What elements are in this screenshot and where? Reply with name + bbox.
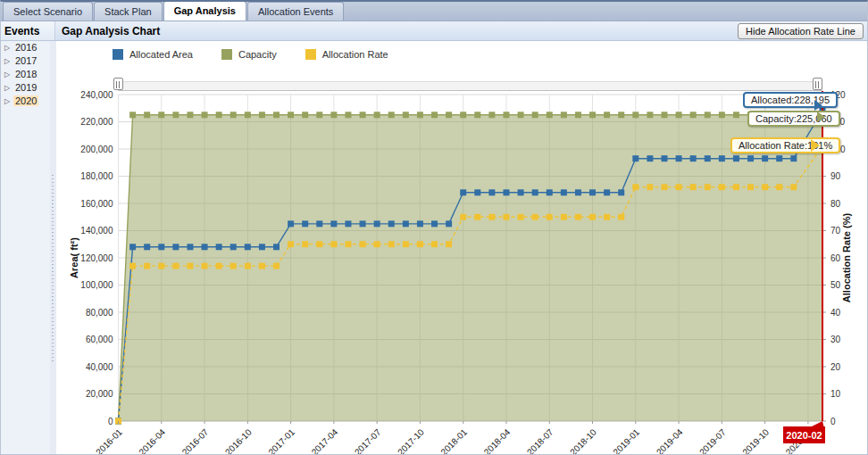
svg-text:2019-10: 2019-10 <box>740 426 771 455</box>
svg-text:80: 80 <box>830 199 841 209</box>
svg-text:140,000: 140,000 <box>80 226 113 236</box>
tooltip-allocation-rate-arrow-icon <box>811 139 820 152</box>
svg-text:2018-01: 2018-01 <box>438 426 469 455</box>
svg-text:2017-01: 2017-01 <box>266 426 296 455</box>
svg-text:20: 20 <box>830 362 841 372</box>
svg-text:2017-10: 2017-10 <box>396 426 426 455</box>
svg-text:2019-07: 2019-07 <box>697 426 728 455</box>
svg-text:2020-02: 2020-02 <box>786 430 822 441</box>
svg-text:50: 50 <box>830 280 841 290</box>
tooltip-capacity-arrow-icon <box>817 112 825 122</box>
svg-text:20,000: 20,000 <box>86 389 113 399</box>
svg-text:30: 30 <box>830 335 841 344</box>
svg-text:220,000: 220,000 <box>80 117 113 127</box>
svg-text:60: 60 <box>830 253 841 263</box>
tooltip-capacity: Capacity:225,060 <box>747 111 840 127</box>
svg-text:2016-01: 2016-01 <box>94 426 124 455</box>
svg-text:2016-07: 2016-07 <box>180 426 211 455</box>
svg-text:0: 0 <box>830 417 836 426</box>
svg-text:160,000: 160,000 <box>80 199 113 209</box>
svg-text:200,000: 200,000 <box>80 145 113 154</box>
svg-text:2018-07: 2018-07 <box>525 426 555 455</box>
svg-text:2019-04: 2019-04 <box>655 426 685 455</box>
svg-text:Allocation Rate (%): Allocation Rate (%) <box>841 213 852 303</box>
svg-text:2018-10: 2018-10 <box>568 426 598 455</box>
svg-text:Area( ft²): Area( ft²) <box>69 237 79 278</box>
svg-text:40,000: 40,000 <box>86 362 113 372</box>
svg-text:40: 40 <box>830 308 841 318</box>
svg-text:240,000: 240,000 <box>80 90 113 100</box>
svg-text:2018-04: 2018-04 <box>482 426 513 455</box>
svg-text:180,000: 180,000 <box>80 171 113 181</box>
svg-text:2016-04: 2016-04 <box>137 426 167 455</box>
svg-text:0: 0 <box>108 417 113 426</box>
svg-text:2017-04: 2017-04 <box>310 426 340 455</box>
svg-text:10: 10 <box>830 389 841 399</box>
svg-text:2017-07: 2017-07 <box>353 426 383 455</box>
svg-text:120,000: 120,000 <box>80 253 113 263</box>
svg-text:70: 70 <box>830 226 841 236</box>
tooltip-allocated-arrow-icon <box>814 100 822 111</box>
tooltip-allocated: Allocated:228,195 <box>743 92 838 108</box>
gap-analysis-app: Select Scenario Stack Plan Gap Analysis … <box>0 0 868 455</box>
svg-text:60,000: 60,000 <box>86 335 113 344</box>
svg-text:90: 90 <box>830 171 841 181</box>
svg-text:80,000: 80,000 <box>86 308 113 318</box>
svg-text:2016-10: 2016-10 <box>223 426 254 455</box>
gap-analysis-chart[interactable]: 020,00040,00060,00080,000100,000120,0001… <box>1 2 868 455</box>
svg-text:100,000: 100,000 <box>80 280 113 290</box>
tooltip-allocation-rate: Allocation Rate:101% <box>730 137 840 153</box>
svg-text:2019-01: 2019-01 <box>611 426 641 455</box>
